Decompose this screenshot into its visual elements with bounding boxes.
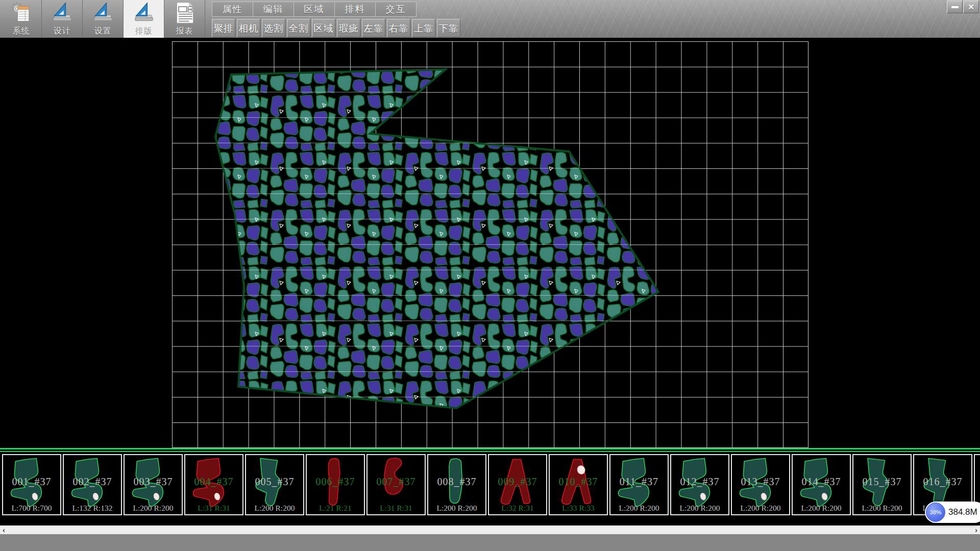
status-badge: 38% 384.8M — [925, 502, 980, 523]
piece-lr-label: L:32 R:31 — [489, 504, 546, 513]
minimize-button[interactable] — [947, 1, 963, 13]
piece-thumbnail-1[interactable]: 001_#37L:700 R:700 — [2, 454, 61, 515]
piece-lr-label: L:200 R:200 — [125, 504, 182, 513]
piece-name-label: 014_#37 — [793, 476, 850, 488]
menu-button-4[interactable]: 排料 — [335, 2, 376, 16]
action-button-1[interactable]: 聚排 — [212, 19, 235, 37]
report-doc-icon — [174, 2, 196, 24]
piece-thumbnail-15[interactable]: 015_#37L:200 R:200 — [852, 454, 912, 515]
titlebar-texture — [403, 0, 980, 38]
piece-name-label: 008_#37 — [428, 476, 485, 488]
menu-button-3[interactable]: 区域 — [294, 2, 335, 16]
action-button-7[interactable]: 左靠 — [362, 19, 385, 37]
piece-name-label: 006_#37 — [307, 476, 364, 488]
scrollbar-track[interactable] — [8, 525, 972, 534]
piece-lr-label: L:200 R:200 — [853, 504, 911, 513]
piece-thumbnail-3[interactable]: 003_#37L:200 R:200 — [124, 454, 183, 515]
piece-lr-label: L:200 R:200 — [671, 504, 728, 513]
piece-lr-label: L:31 R:31 — [185, 504, 242, 513]
action-button-8[interactable]: 右靠 — [387, 19, 410, 37]
action-button-10[interactable]: 下靠 — [437, 19, 460, 37]
main-button-label: 报表 — [176, 26, 193, 37]
piece-thumbnail-bar: 001_#37L:700 R:700002_#37L:132 R:132003_… — [0, 448, 980, 525]
piece-thumbnail-2[interactable]: 002_#37L:132 R:132 — [63, 454, 122, 515]
menu-button-row: 属性编辑区域排料交互 — [212, 2, 416, 17]
application-window: 系统设计设置排版报表 属性编辑区域排料交互 聚排相机选割全割区域瑕疵左靠右靠上靠… — [0, 0, 980, 551]
piece-name-label: 011_#37 — [610, 476, 668, 488]
leather-hide-shape[interactable] — [215, 69, 658, 408]
piece-thumbnail-4[interactable]: 004_#37L:31 R:31 — [184, 454, 243, 515]
action-button-6[interactable]: 瑕疵 — [337, 19, 360, 37]
close-icon: ✕ — [968, 3, 974, 12]
accent-line — [0, 451, 980, 452]
memory-usage-label: 384.8M — [948, 502, 977, 523]
piece-thumbnail-11[interactable]: 011_#37L:200 R:200 — [609, 454, 669, 515]
piece-name-label: 016_#37 — [914, 476, 971, 488]
piece-name-label: 012_#37 — [671, 476, 728, 488]
action-button-3[interactable]: 选割 — [262, 19, 285, 37]
main-button-4[interactable]: 排版 — [124, 0, 164, 38]
scroll-left-arrow-icon[interactable]: ‹ — [0, 525, 8, 534]
piece-name-label: 003_#37 — [125, 476, 182, 488]
piece-name-label: 002_#37 — [64, 476, 121, 488]
piece-lr-label: L:31 R:31 — [368, 504, 425, 513]
main-button-label: 设计 — [54, 26, 71, 37]
piece-thumbnail-7[interactable]: 007_#37L:31 R:31 — [366, 454, 426, 515]
scroll-right-arrow-icon[interactable]: › — [972, 525, 980, 534]
menu-button-5[interactable]: 交互 — [376, 2, 416, 16]
piece-lr-label: L:21 R:21 — [307, 504, 364, 513]
piece-name-label: 010_#37 — [550, 476, 607, 488]
piece-lr-label: L:200 R:200 — [610, 504, 668, 513]
piece-name-label: 013_#37 — [732, 476, 789, 488]
thumbnail-row: 001_#37L:700 R:700002_#37L:132 R:132003_… — [2, 454, 980, 515]
status-bar — [0, 534, 980, 551]
main-button-label: 排版 — [135, 26, 153, 37]
top-toolbar: 系统设计设置排版报表 属性编辑区域排料交互 聚排相机选割全割区域瑕疵左靠右靠上靠… — [0, 0, 980, 38]
piece-lr-label: L:33 R:33 — [550, 504, 607, 513]
action-button-5[interactable]: 区域 — [312, 19, 335, 37]
main-button-label: 设置 — [94, 26, 112, 37]
piece-thumbnail-8[interactable]: 008_#37L:200 R:200 — [427, 454, 486, 515]
piece-thumbnail-12[interactable]: 012_#37L:200 R:200 — [670, 454, 729, 515]
piece-lr-label: L:700 R:700 — [3, 504, 60, 513]
piece-lr-label: L:132 R:132 — [64, 504, 121, 513]
action-button-row: 聚排相机选割全割区域瑕疵左靠右靠上靠下靠 — [212, 19, 460, 37]
piece-thumbnail-5[interactable]: 005_#37L:200 R:200 — [245, 454, 304, 515]
piece-name-label: 001_#37 — [3, 476, 60, 488]
main-button-1[interactable]: 系统 — [1, 0, 42, 38]
main-button-2[interactable]: 设计 — [42, 0, 83, 38]
piece-thumbnail-6[interactable]: 006_#37L:21 R:21 — [306, 454, 365, 515]
action-button-2[interactable]: 相机 — [237, 19, 260, 37]
triangle-ruler-icon — [133, 2, 155, 24]
main-button-5[interactable]: 报表 — [164, 0, 205, 38]
main-button-group: 系统设计设置排版报表 — [1, 0, 205, 38]
piece-thumbnail-10[interactable]: 010_#37L:33 R:33 — [549, 454, 608, 515]
window-controls: ✕ — [947, 1, 979, 13]
accent-line — [0, 448, 980, 449]
piece-lr-label: L:200 R:200 — [793, 504, 850, 513]
piece-lr-label: L:200 R:200 — [732, 504, 789, 513]
menu-button-2[interactable]: 编辑 — [253, 2, 294, 16]
piece-thumbnail-14[interactable]: 014_#37L:200 R:200 — [792, 454, 851, 515]
piece-name-label: 009_#37 — [489, 476, 546, 488]
piece-lr-label: L:200 R:200 — [246, 504, 303, 513]
progress-percent-badge: 38% — [926, 503, 945, 522]
triangle-ruler-icon — [51, 2, 74, 24]
action-button-4[interactable]: 全割 — [287, 19, 310, 37]
system-gear-doc-icon — [10, 2, 33, 24]
minimize-icon — [951, 6, 959, 8]
menu-button-1[interactable]: 属性 — [212, 2, 253, 16]
piece-thumbnail-13[interactable]: 013_#37L:200 R:200 — [731, 454, 790, 515]
piece-name-label: 015_#37 — [853, 476, 911, 488]
horizontal-scrollbar[interactable]: ‹ › — [0, 525, 980, 534]
piece-lr-label: L:200 R:200 — [428, 504, 485, 513]
piece-name-label: 007_#37 — [368, 476, 425, 488]
action-button-9[interactable]: 上靠 — [412, 19, 435, 37]
main-button-label: 系统 — [13, 26, 30, 37]
piece-name-label: 005_#37 — [246, 476, 303, 488]
close-button[interactable]: ✕ — [963, 1, 979, 13]
piece-thumbnail-9[interactable]: 009_#37L:32 R:31 — [488, 454, 547, 515]
piece-name-label: 004_#37 — [185, 476, 242, 488]
main-button-3[interactable]: 设置 — [83, 0, 124, 38]
triangle-ruler-icon — [92, 2, 114, 24]
